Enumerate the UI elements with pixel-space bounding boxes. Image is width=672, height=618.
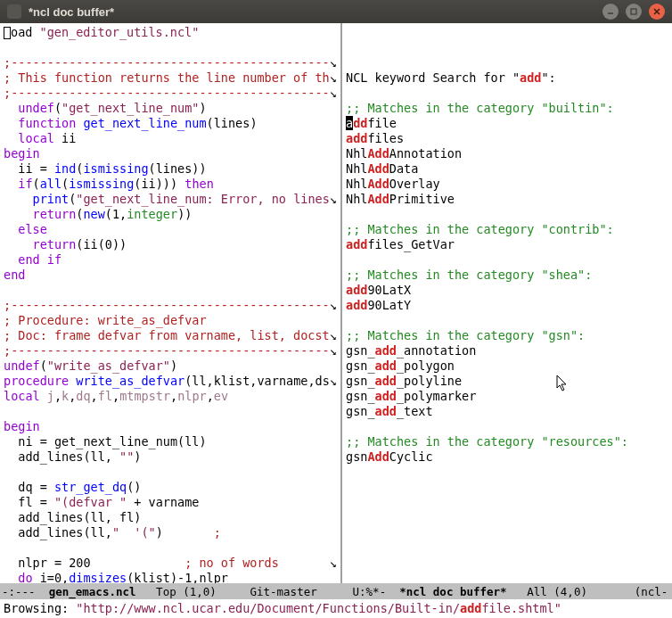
code-line: undef("get_next_line_num") (4, 101, 337, 116)
keyword: if (18, 177, 32, 191)
plain-text: Nhl (346, 146, 367, 161)
keyword: return (33, 207, 77, 221)
code-line: if(all(ismissing(ii))) then (4, 177, 337, 192)
plain-text: (ii(0)) (76, 237, 127, 251)
code-line: NhlAddData (346, 161, 668, 177)
modeline-left-prefix: -:--- (2, 584, 49, 599)
search-highlight: add (346, 283, 367, 297)
match-header: ;; Matches in the category "shea": (346, 268, 592, 282)
plain-text (4, 237, 33, 251)
plain-text: gsn_ (346, 358, 375, 373)
svg-rect-1 (631, 9, 636, 14)
code-line: gsnAddCyclic (346, 449, 668, 465)
plain-text: ii (54, 131, 76, 145)
variable-name: ev (214, 389, 228, 403)
plain-text: , (54, 389, 61, 403)
editor-area: oad "gen_editor_utils.ncl" ;------------… (0, 23, 672, 583)
code-line: ;---------------------------------------… (4, 343, 337, 358)
keyword: procedure (4, 374, 69, 388)
code-line: ;---------------------------------------… (4, 86, 337, 101)
modeline-right: U:%*- *ncl doc buffer* All (4,0) (ncl- (346, 584, 670, 599)
variable-name: j (47, 389, 54, 403)
code-line (4, 283, 337, 298)
plain-text: + varname (127, 495, 199, 509)
minibuffer[interactable]: Browsing: "http://www.ncl.ucar.edu/Docum… (0, 599, 672, 618)
code-line: end if (4, 252, 337, 268)
plain-text: _polymarker (397, 389, 476, 403)
match-header: ;; Matches in the category "contrib": (346, 222, 614, 236)
plain-text: gsn_ (346, 404, 375, 418)
code-line: return(new(1,integer)) (4, 207, 337, 222)
plain-text: gsn (346, 449, 367, 464)
code-line: gsn_add_polymarker (346, 389, 668, 404)
search-highlight: add (375, 389, 397, 403)
maximize-icon (630, 8, 637, 15)
minimize-icon (607, 8, 614, 15)
search-highlight: Add (367, 177, 389, 191)
minibuffer-url-pre: "http://www.ncl.ucar.edu/Document/Functi… (76, 601, 460, 616)
plain-text: , (207, 389, 214, 403)
search-highlight: Add (367, 146, 389, 161)
plain-text: Overlay (389, 177, 440, 191)
search-highlight: dd (353, 116, 367, 130)
plain-text: (ii))) (134, 177, 184, 191)
code-line: ;; Matches in the category "gsn": (346, 328, 668, 343)
code-line: else (4, 222, 337, 237)
code-line: function get_next_line_num(lines) (4, 116, 337, 131)
keyword: then (184, 177, 214, 191)
code-line (346, 252, 668, 268)
keyword: function (18, 116, 76, 130)
function-name: new (83, 207, 104, 221)
maximize-button[interactable] (626, 4, 642, 20)
comment: ; (214, 525, 221, 540)
plain-text: (klist)-1,nlpr (127, 571, 228, 583)
search-highlight: add (346, 131, 367, 145)
close-icon (653, 8, 660, 15)
code-line: ;; Matches in the category "builtin": (346, 101, 668, 116)
minibuffer-url-hl: add (460, 601, 481, 616)
line-wrap-icon: ↘ (330, 86, 337, 101)
code-line (346, 313, 668, 328)
code-line: begin (4, 419, 337, 434)
plain-text: ( (33, 177, 40, 191)
plain-text: (lines)) (149, 161, 207, 176)
plain-text (4, 222, 18, 236)
text-cursor (4, 27, 11, 39)
modeline-left: -:--- gen_emacs.ncl Top (1,0) Git-master (2, 584, 344, 599)
minibuffer-url-post: file.shtml" (481, 601, 561, 616)
close-button[interactable] (649, 4, 665, 20)
keyword: begin (4, 419, 40, 433)
plain-text (4, 101, 18, 115)
plain-text (4, 177, 18, 191)
code-line: ; Doc: frame defvar from varname, list, … (4, 328, 337, 343)
keyword: undef (4, 358, 40, 373)
plain-text: ( (40, 358, 47, 373)
code-line (346, 207, 668, 222)
plain-text: ii = (4, 161, 54, 176)
search-highlight: Add (367, 161, 389, 176)
right-doc-pane[interactable]: NCL keyword Search for "add": ;; Matches… (342, 23, 672, 583)
keyword: local (4, 389, 40, 403)
line-wrap-icon: ↘ (330, 374, 337, 389)
current-match: a (346, 116, 353, 130)
plain-text: Primitive (389, 192, 455, 206)
line-wrap-icon: ↘ (330, 343, 337, 358)
code-line: NhlAddPrimitive (346, 192, 668, 207)
minimize-button[interactable] (602, 4, 619, 20)
plain-text: add_lines(ll, (4, 449, 119, 464)
line-wrap-icon: ↘ (330, 55, 337, 70)
code-line: procedure write_as_defvar(ll,klist,varna… (4, 374, 337, 389)
plain-text: )) (177, 207, 192, 221)
plain-text: _annotation (397, 343, 476, 358)
function-name: str_get_dq (54, 480, 127, 494)
code-line: undef("write_as_defvar") (4, 358, 337, 374)
plain-text (4, 131, 18, 145)
plain-text: (ll,klist,varname,ds (184, 374, 330, 388)
code-line: add90LatY (346, 298, 668, 313)
function-name: ismissing (69, 177, 134, 191)
left-code-pane[interactable]: oad "gen_editor_utils.ncl" ;------------… (0, 23, 342, 583)
search-highlight: add (375, 358, 397, 373)
plain-text: files_GetVar (367, 237, 455, 251)
comment: ; Doc: frame defvar from varname, list, … (4, 328, 330, 342)
plain-text (40, 389, 47, 403)
